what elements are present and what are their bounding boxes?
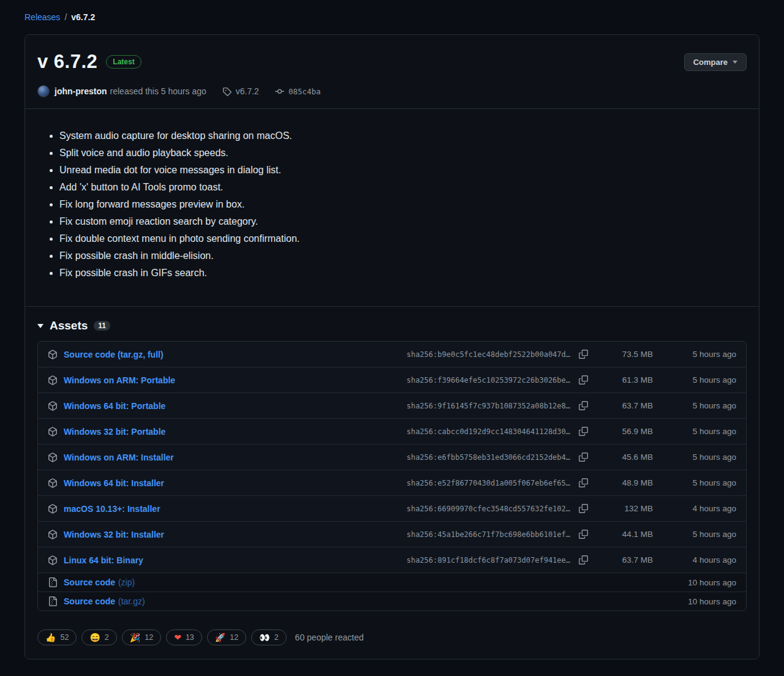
breadcrumb-separator: / — [64, 12, 67, 22]
asset-sha: sha256:45a1be266c71f7bc698e6bb6101ef… — [407, 530, 570, 539]
asset-download-link[interactable]: Windows 32 bit: Installer — [64, 530, 164, 539]
reaction-count: 2 — [105, 633, 109, 642]
asset-download-link[interactable]: macOS 10.13+: Installer — [64, 504, 160, 514]
commit-icon — [275, 87, 284, 96]
asset-download-link[interactable]: Windows 64 bit: Portable — [64, 401, 165, 411]
breadcrumb-releases-link[interactable]: Releases — [24, 12, 60, 22]
changelog-item: Fix double context menu in photo sending… — [59, 230, 747, 247]
author-link[interactable]: john-preston — [55, 86, 107, 96]
asset-download-link[interactable]: Source code — [64, 596, 115, 606]
rocket-icon: 🚀 — [215, 633, 225, 642]
copy-sha-button[interactable] — [578, 348, 589, 360]
copy-sha-button[interactable] — [578, 503, 589, 514]
file-zip-icon — [48, 596, 58, 606]
assets-count-badge: 11 — [94, 321, 110, 331]
package-icon — [48, 530, 58, 539]
reaction-rocket[interactable]: 🚀 12 — [207, 629, 246, 645]
asset-suffix: (tar.gz) — [118, 596, 145, 606]
laugh-icon: 😄 — [89, 633, 100, 642]
changelog-item: Fix custom emoji reaction search by cate… — [59, 213, 747, 230]
release-page: Releases / v6.7.2 v 6.7.2 Latest Compare… — [0, 0, 784, 668]
changelog-item: Fix possible crash in middle-elision. — [59, 247, 747, 265]
asset-size: 45.6 MB — [589, 453, 653, 462]
heart-icon: ❤ — [174, 633, 181, 642]
reaction-count: 12 — [230, 633, 238, 642]
changelog-item: Unread media dot for voice messages in d… — [59, 162, 747, 179]
asset-row: Source code (zip) 10 hours ago — [38, 573, 746, 592]
changelog-item: Fix possible crash in GIFs search. — [59, 265, 747, 282]
asset-sha: sha256:b9e0c5fc1ec48debf2522b00a047d… — [407, 350, 570, 359]
asset-row: Windows 64 bit: Installer sha256:e52f867… — [38, 470, 746, 495]
changelog-item: System audio capture for desktop sharing… — [59, 127, 747, 145]
asset-time: 5 hours ago — [653, 478, 736, 487]
package-icon — [48, 478, 58, 488]
reaction-thumbs-up[interactable]: 👍 52 — [37, 629, 77, 645]
asset-time: 5 hours ago — [653, 453, 736, 462]
compare-button[interactable]: Compare — [684, 53, 747, 71]
asset-row: Source code (tar.gz, full) sha256:b9e0c5… — [38, 342, 746, 367]
copy-sha-button[interactable] — [578, 400, 589, 411]
package-icon — [48, 504, 58, 514]
asset-time: 10 hours ago — [653, 578, 736, 587]
package-icon — [48, 453, 58, 462]
asset-time: 4 hours ago — [653, 555, 736, 565]
asset-row: Windows 32 bit: Installer sha256:45a1be2… — [38, 521, 746, 547]
asset-row: Windows 32 bit: Portable sha256:cabcc0d1… — [38, 418, 746, 444]
asset-sha: sha256:f39664efe5c10253972c26b3026be… — [407, 376, 570, 385]
asset-download-link[interactable]: Windows on ARM: Portable — [64, 375, 175, 385]
asset-size: 132 MB — [589, 504, 653, 513]
asset-time: 5 hours ago — [653, 427, 736, 436]
asset-time: 5 hours ago — [653, 375, 736, 385]
asset-download-link[interactable]: Source code — [64, 577, 115, 587]
release-tag-label: v6.7.2 — [236, 86, 259, 96]
asset-download-link[interactable]: Windows on ARM: Installer — [64, 453, 174, 462]
package-icon — [48, 555, 58, 565]
reaction-count: 12 — [145, 633, 153, 642]
reaction-summary: 60 people reacted — [295, 633, 364, 642]
compare-button-label: Compare — [693, 58, 728, 67]
commit-sha-link[interactable]: 085c4ba — [288, 87, 321, 96]
assets-header[interactable]: Assets 11 — [37, 315, 747, 341]
asset-time: 5 hours ago — [653, 401, 736, 410]
package-icon — [48, 350, 58, 359]
asset-time: 5 hours ago — [653, 530, 736, 539]
asset-sha: sha256:cabcc0d192d9cc148304641128d30… — [407, 427, 570, 436]
asset-row: Source code (tar.gz) 10 hours ago — [38, 592, 746, 610]
reaction-eyes[interactable]: 👀 2 — [251, 629, 286, 645]
asset-download-link[interactable]: Windows 32 bit: Portable — [64, 427, 165, 437]
asset-size: 44.1 MB — [589, 530, 653, 539]
changelog-list: System audio capture for desktop sharing… — [37, 127, 747, 282]
package-icon — [48, 401, 58, 411]
breadcrumb: Releases / v6.7.2 — [24, 12, 760, 22]
avatar[interactable] — [37, 85, 50, 97]
release-commit: 085c4ba — [275, 87, 321, 96]
changelog-item: Split voice and audio playback speeds. — [59, 145, 747, 162]
reaction-count: 13 — [186, 633, 194, 642]
asset-sha: sha256:e6fbb5758eb31ed3066cd2152deb4… — [407, 453, 570, 462]
asset-download-link[interactable]: Windows 64 bit: Installer — [64, 478, 164, 488]
asset-download-link[interactable]: Source code (tar.gz, full) — [64, 350, 164, 359]
copy-sha-button[interactable] — [578, 528, 589, 540]
asset-download-link[interactable]: Linux 64 bit: Binary — [64, 555, 143, 565]
asset-size: 56.9 MB — [589, 427, 653, 436]
reaction-hooray[interactable]: 🎉 12 — [122, 629, 161, 645]
copy-sha-button[interactable] — [578, 554, 589, 566]
copy-sha-button[interactable] — [578, 374, 589, 386]
collapse-caret-icon[interactable] — [37, 324, 43, 328]
reaction-laugh[interactable]: 😄 2 — [81, 629, 116, 645]
copy-sha-button[interactable] — [578, 451, 589, 463]
asset-row: Windows on ARM: Installer sha256:e6fbb57… — [38, 444, 746, 470]
release-card: v 6.7.2 Latest Compare john-preston rele… — [24, 34, 760, 659]
release-title: v 6.7.2 — [37, 51, 97, 73]
copy-sha-button[interactable] — [578, 426, 589, 437]
asset-suffix: (zip) — [118, 577, 135, 587]
reaction-count: 52 — [60, 633, 69, 642]
asset-sha: sha256:e52f86770430d1a005f067eb6ef65… — [407, 479, 570, 487]
copy-sha-button[interactable] — [578, 477, 589, 489]
latest-badge: Latest — [106, 55, 141, 69]
asset-row: Windows 64 bit: Portable sha256:9f16145f… — [38, 392, 746, 418]
reaction-heart[interactable]: ❤ 13 — [166, 629, 202, 645]
reactions-bar: 👍 52 😄 2 🎉 12 ❤ 13 🚀 12 👀 2 — [25, 621, 759, 659]
asset-sha: sha256:9f16145f7c937b1087352a08b12e8… — [407, 402, 570, 410]
asset-sha: sha256:66909970cfec3548cd557632fe102… — [407, 505, 570, 513]
